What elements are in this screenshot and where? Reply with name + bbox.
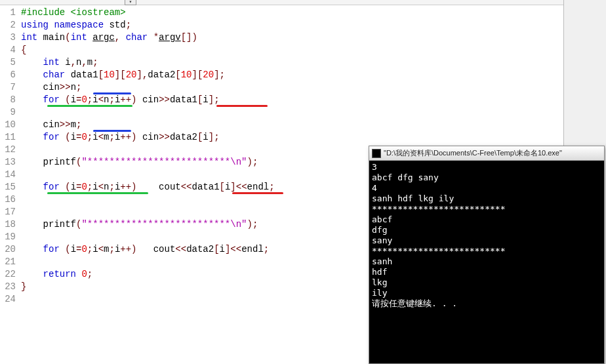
line-number: 3 bbox=[0, 31, 21, 44]
code-text[interactable]: int main(int argc, char *argv[]) bbox=[21, 31, 197, 44]
code-text[interactable]: #include <iostream> bbox=[21, 7, 126, 19]
console-output-line: 3 bbox=[372, 162, 601, 172]
line-number: 8 bbox=[0, 94, 21, 106]
code-text[interactable]: } bbox=[21, 281, 26, 293]
console-output-line: lkg bbox=[372, 277, 601, 288]
code-text[interactable]: for (i=0;i<m;i++) cout<<data2[i]<<endl; bbox=[21, 243, 269, 256]
code-line[interactable]: 4{ bbox=[0, 44, 563, 56]
code-line[interactable]: 3int main(int argc, char *argv[]) bbox=[0, 31, 563, 44]
line-number: 24 bbox=[0, 293, 21, 306]
code-text[interactable]: for (i=0;i<n;i++) cout<<data1[i]<<endl; bbox=[21, 181, 275, 193]
line-number: 20 bbox=[0, 243, 21, 256]
line-number: 7 bbox=[0, 81, 21, 94]
line-number: 5 bbox=[0, 56, 21, 69]
code-line[interactable]: 1#include <iostream> bbox=[0, 7, 563, 19]
line-number: 18 bbox=[0, 218, 21, 231]
code-text[interactable]: return 0; bbox=[21, 268, 92, 281]
code-line[interactable]: 5 int i,n,m; bbox=[0, 56, 563, 69]
console-output-line: hdf bbox=[372, 267, 601, 277]
console-output-line: sanh bbox=[372, 256, 601, 267]
console-window[interactable]: "D:\我的资料库\Documents\C-Free\Temp\未命名10.ex… bbox=[369, 146, 605, 364]
line-number: 1 bbox=[0, 7, 21, 19]
code-text[interactable]: for (i=0;i<n;i++) cin>>data1[i]; bbox=[21, 94, 220, 106]
line-number: 4 bbox=[0, 44, 21, 56]
code-line[interactable]: 2using namespace std; bbox=[0, 19, 563, 31]
line-number: 2 bbox=[0, 19, 21, 31]
code-text[interactable]: char data1[10][20],data2[10][20]; bbox=[21, 69, 225, 81]
line-number: 23 bbox=[0, 281, 21, 293]
console-output-line: dfg bbox=[372, 225, 601, 235]
line-number: 13 bbox=[0, 156, 21, 169]
line-number: 12 bbox=[0, 144, 21, 156]
line-number: 16 bbox=[0, 193, 21, 206]
console-output-line: 请按任意键继续. . . bbox=[372, 298, 601, 309]
line-number: 21 bbox=[0, 256, 21, 268]
console-icon bbox=[372, 149, 381, 158]
code-line[interactable]: 11 for (i=0;i<m;i++) cin>>data2[i]; bbox=[0, 131, 563, 144]
console-output-line: sany bbox=[372, 235, 601, 246]
code-text[interactable]: { bbox=[21, 44, 26, 56]
code-line[interactable]: 9 bbox=[0, 106, 563, 119]
line-number: 9 bbox=[0, 106, 21, 119]
console-output-line: abcf bbox=[372, 214, 601, 225]
code-text[interactable]: printf("**************************\n"); bbox=[21, 156, 258, 169]
code-text[interactable]: printf("**************************\n"); bbox=[21, 218, 258, 231]
line-number: 22 bbox=[0, 268, 21, 281]
line-number: 6 bbox=[0, 69, 21, 81]
code-text[interactable]: using namespace std; bbox=[21, 19, 131, 31]
console-output-line: 4 bbox=[372, 183, 601, 193]
line-number: 10 bbox=[0, 119, 21, 131]
code-line[interactable]: 10 cin>>m; bbox=[0, 119, 563, 131]
console-body[interactable]: 3abcf dfg sany4sanh hdf lkg ily*********… bbox=[369, 161, 604, 363]
console-output-line: sanh hdf lkg ily bbox=[372, 193, 601, 204]
line-number: 19 bbox=[0, 231, 21, 243]
code-line[interactable]: 7 cin>>n; bbox=[0, 81, 563, 94]
tab-strip: ▾ bbox=[0, 0, 563, 5]
tab-dropdown-icon[interactable]: ▾ bbox=[125, 0, 136, 5]
code-text[interactable]: cin>>m; bbox=[21, 119, 81, 131]
line-number: 14 bbox=[0, 169, 21, 181]
console-output-line: ************************** bbox=[372, 204, 601, 214]
console-titlebar[interactable]: "D:\我的资料库\Documents\C-Free\Temp\未命名10.ex… bbox=[369, 146, 604, 161]
code-text[interactable]: cin>>n; bbox=[21, 81, 81, 94]
console-output-line: ily bbox=[372, 288, 601, 298]
line-number: 17 bbox=[0, 206, 21, 218]
console-output-line: abcf dfg sany bbox=[372, 172, 601, 183]
console-title-text: "D:\我的资料库\Documents\C-Free\Temp\未命名10.ex… bbox=[384, 148, 562, 158]
code-text[interactable]: int i,n,m; bbox=[21, 56, 98, 69]
code-line[interactable]: 8 for (i=0;i<n;i++) cin>>data1[i]; bbox=[0, 94, 563, 106]
console-output-line: ************************** bbox=[372, 246, 601, 256]
line-number: 15 bbox=[0, 181, 21, 193]
code-text[interactable]: for (i=0;i<m;i++) cin>>data2[i]; bbox=[21, 131, 220, 144]
line-number: 11 bbox=[0, 131, 21, 144]
code-line[interactable]: 6 char data1[10][20],data2[10][20]; bbox=[0, 69, 563, 81]
